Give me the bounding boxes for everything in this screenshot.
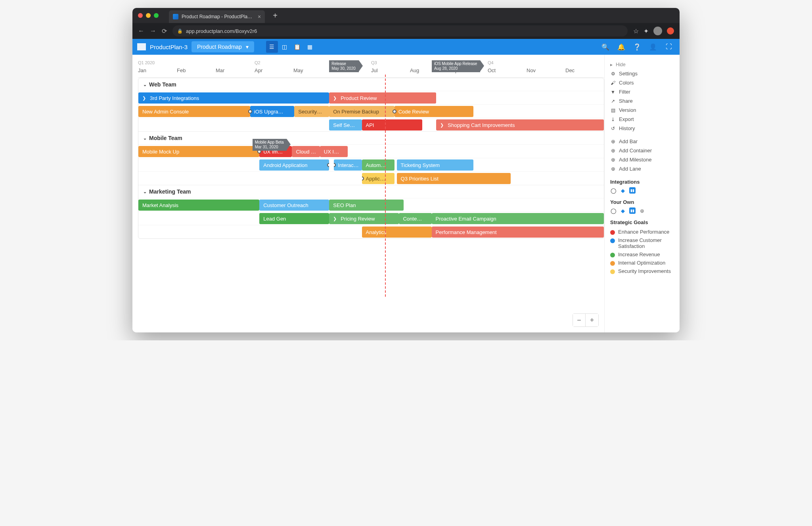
export-icon: ⤓ [610, 117, 616, 122]
add-integration-icon[interactable]: ⊕ [639, 207, 645, 214]
sidebar-add-container[interactable]: ⊕Add Container [610, 146, 674, 155]
link-handle-icon[interactable] [393, 109, 395, 113]
lane-header[interactable]: ⌄ Mobile Team [138, 132, 604, 144]
roadmap-bar[interactable]: Security… [294, 106, 329, 117]
tab-close-icon[interactable]: × [258, 13, 261, 20]
view-timeline-icon[interactable]: ☰ [266, 41, 278, 53]
roadmap-bar[interactable]: New Admin Console [138, 106, 250, 117]
right-sidebar: ▸ Hide ⚙Settings🖌Colors▼Filter↗Share▤Ver… [604, 55, 680, 332]
sidebar-item-settings[interactable]: ⚙Settings [610, 69, 674, 78]
goals-heading: Strategic Goals [610, 219, 674, 225]
new-tab-icon[interactable]: + [273, 11, 278, 20]
azure-icon[interactable]: ◆ [620, 187, 626, 194]
azure-icon[interactable]: ◆ [620, 207, 626, 214]
timeline-months: JanFebMarAprMayJunJulAugSepOctNovDec [138, 66, 604, 78]
sidebar-item-version[interactable]: ▤Version [610, 106, 674, 115]
roadmap-bar[interactable]: Mobile Mock Up [138, 146, 259, 157]
roadmap-bar[interactable]: Conte… [399, 213, 431, 224]
user-icon[interactable]: 👤 [647, 41, 659, 53]
forward-icon[interactable]: → [150, 27, 156, 35]
bell-icon[interactable]: 🔔 [615, 41, 627, 53]
fullscreen-icon[interactable]: ⛶ [663, 41, 675, 53]
roadmap-bar[interactable]: ❯Shopping Cart Improvements [436, 119, 604, 131]
help-icon[interactable]: ❔ [631, 41, 643, 53]
roadmap-bar[interactable]: API [362, 119, 423, 131]
roadmap-bar[interactable]: Customer Outreach [259, 200, 329, 211]
roadmap-bar[interactable]: Lead Gen [259, 213, 329, 224]
roadmap-bar[interactable]: Applic… [362, 173, 395, 184]
link-handle-icon[interactable] [250, 109, 252, 113]
goal-item[interactable]: Enhance Performance [610, 228, 674, 236]
hide-sidebar[interactable]: ▸ Hide [610, 60, 674, 69]
app-logo-icon[interactable] [137, 43, 146, 50]
sidebar-item-colors[interactable]: 🖌Colors [610, 78, 674, 87]
search-icon[interactable]: 🔍 [599, 41, 611, 53]
roadmap-bar[interactable]: Q3 Priorities List [397, 173, 511, 184]
url-field[interactable]: 🔒 app.productplan.com/Boxyv2r6 [172, 25, 628, 36]
roadmap-bar[interactable]: iOS Upgra… [250, 106, 295, 117]
month-label: Oct [488, 67, 527, 73]
profile-avatar-icon[interactable] [653, 27, 662, 35]
goal-item[interactable]: Internal Optimization [610, 259, 674, 267]
maximize-icon[interactable] [154, 13, 159, 18]
view-table-icon[interactable]: ▦ [304, 41, 316, 53]
view-split-icon[interactable]: ◫ [279, 41, 291, 53]
roadmap-bar[interactable]: SEO Plan [329, 200, 404, 211]
goal-color-icon [610, 261, 615, 266]
roadmap-bar[interactable]: ❯Pricing Review [329, 213, 399, 224]
view-clipboard-icon[interactable]: 📋 [291, 41, 303, 53]
zoom-out-button[interactable]: − [573, 314, 586, 326]
extensions-icon[interactable]: ✦ [643, 27, 649, 35]
extension-badge-icon[interactable] [667, 27, 674, 35]
sidebar-item-export[interactable]: ⤓Export [610, 115, 674, 124]
sidebar-add-bar[interactable]: ⊕Add Bar [610, 137, 674, 146]
zoom-in-button[interactable]: + [586, 314, 598, 326]
roadmap-bar[interactable]: UX I… [320, 146, 348, 157]
roadmap-bar[interactable]: ❯3rd Party Integrations [138, 92, 329, 104]
roadmap-name: Product Roadmap [197, 44, 242, 50]
sidebar-add-milestone[interactable]: ⊕Add Milestone [610, 155, 674, 164]
roadmap-bar[interactable]: Android Application [259, 159, 329, 171]
lane-header[interactable]: ⌄ Marketing Team [138, 185, 604, 198]
roadmap-bar[interactable]: Interac… [334, 159, 362, 171]
goal-item[interactable]: Security Improvements [610, 267, 674, 275]
roadmap-select[interactable]: Product Roadmap ▾ [192, 41, 254, 52]
link-handle-icon[interactable] [334, 163, 336, 167]
roadmap-bar[interactable]: ❯Product Review [329, 92, 436, 104]
roadmap-bar[interactable]: Self Se… [329, 119, 362, 131]
reload-icon[interactable]: ⟳ [162, 27, 167, 35]
star-icon[interactable]: ☆ [633, 27, 639, 35]
back-icon[interactable]: ← [138, 27, 144, 35]
sidebar-item-share[interactable]: ↗Share [610, 96, 674, 106]
trello-icon[interactable]: ▮▮ [629, 187, 636, 194]
roadmap-bar[interactable]: Autom… [362, 159, 395, 171]
milestone-marker[interactable]: Mobile App BetaMar 31, 2020 [253, 139, 287, 151]
roadmap-bar[interactable]: Code Review [395, 106, 474, 117]
goal-item[interactable]: Increase Revenue [610, 250, 674, 259]
github-icon[interactable]: ◯ [610, 187, 617, 194]
link-handle-icon[interactable] [395, 109, 396, 113]
sidebar-item-filter[interactable]: ▼Filter [610, 87, 674, 96]
milestone-marker[interactable]: ReleaseMay 30, 2020 [329, 60, 359, 72]
roadmap-bar[interactable]: Analytics [362, 227, 432, 238]
roadmap-bar[interactable]: Performance Management [432, 227, 604, 238]
roadmap-bar[interactable]: Proactive Email Campaign [432, 213, 604, 224]
lane-header[interactable]: ⌄ Web Team [138, 78, 604, 91]
link-handle-icon[interactable] [327, 163, 329, 167]
sidebar-item-history[interactable]: ↺History [610, 124, 674, 133]
close-icon[interactable] [138, 13, 143, 18]
github-icon[interactable]: ◯ [610, 207, 617, 214]
trello-icon[interactable]: ▮▮ [629, 207, 636, 214]
sidebar-add-lane[interactable]: ⊕Add Lane [610, 164, 674, 173]
milestone-marker[interactable]: iOS Mobile App ReleaseAug 28, 2020 [432, 60, 480, 72]
workspace-name[interactable]: ProductPlan-3 [150, 44, 188, 50]
goal-color-icon [610, 253, 615, 257]
minimize-icon[interactable] [146, 13, 151, 18]
roadmap-bar[interactable]: Market Analysis [138, 200, 259, 211]
browser-tab[interactable]: Product Roadmap - ProductPla… × [169, 10, 265, 23]
roadmap-bar[interactable]: On Premise Backup [329, 106, 394, 117]
roadmap-bar[interactable]: Ticketing System [397, 159, 474, 171]
roadmap-bar[interactable]: Cloud … [292, 146, 320, 157]
link-handle-icon[interactable] [362, 177, 364, 180]
goal-item[interactable]: Increase Customer Satisfaction [610, 236, 674, 250]
